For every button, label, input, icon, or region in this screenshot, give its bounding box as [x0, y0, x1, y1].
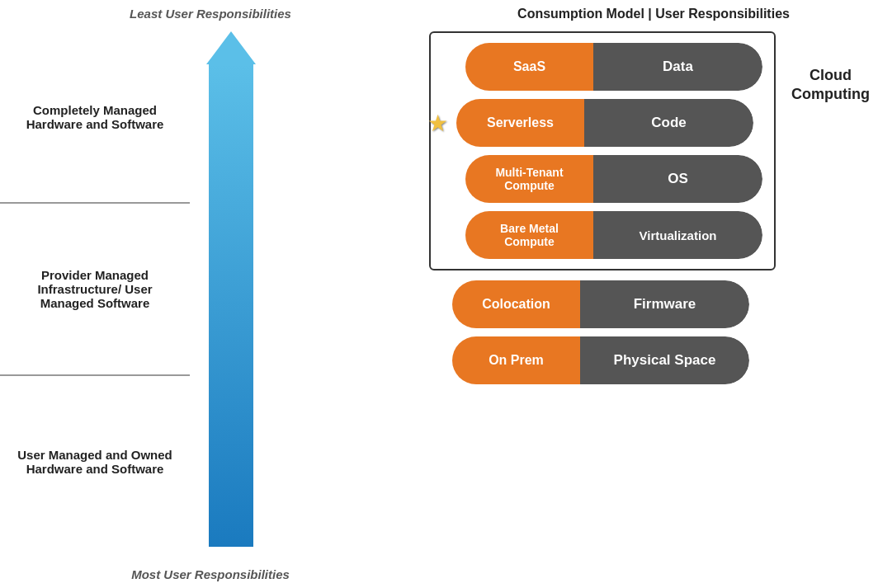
arrow-shaft — [209, 64, 253, 547]
pill-multitenant-right: OS — [593, 155, 762, 203]
right-panel: Consumption Model | User Responsibilitie… — [421, 0, 878, 588]
pill-colocation: Colocation Firmware — [452, 280, 749, 328]
pill-colocation-left: Colocation — [452, 280, 580, 328]
right-header: Consumption Model | User Responsibilitie… — [429, 0, 878, 31]
left-panel: Least User Responsibilities Completely M… — [0, 0, 421, 588]
pill-serverless-left: Serverless — [456, 99, 584, 147]
pill-serverless: Serverless Code — [456, 99, 753, 147]
pill-baremetal-right: Virtualization — [593, 211, 762, 259]
bottom-label: Most User Responsibilities — [0, 567, 421, 581]
pill-row-baremetal: Bare Metal Compute Virtualization — [442, 211, 762, 259]
outside-pills: Colocation Firmware On Prem Physical Spa… — [429, 280, 776, 384]
responsibility-blocks: Completely Managed Hardware and Software… — [0, 31, 190, 547]
pill-onprem-right: Physical Space — [580, 336, 749, 384]
pill-saas-right: Data — [593, 43, 762, 91]
arrow-container — [206, 31, 256, 547]
main-container: Least User Responsibilities Completely M… — [0, 0, 878, 588]
star-icon: ★ — [427, 110, 448, 137]
outside-pill-row-colocation: Colocation Firmware — [429, 280, 776, 328]
cloud-box: SaaS Data ★ Serverless Code Multi-Tenant… — [429, 31, 776, 270]
pill-colocation-right: Firmware — [580, 280, 749, 328]
pill-baremetal-left: Bare Metal Compute — [465, 211, 593, 259]
pill-onprem-left: On Prem — [452, 336, 580, 384]
resp-block-mid: Provider Managed Infrastructure/ User Ma… — [0, 204, 190, 376]
outside-pill-row-onprem: On Prem Physical Space — [429, 336, 776, 384]
pill-saas: SaaS Data — [465, 43, 762, 91]
pill-multitenant: Multi-Tenant Compute OS — [465, 155, 762, 203]
resp-block-bot: User Managed and Owned Hardware and Soft… — [0, 376, 190, 547]
pill-onprem: On Prem Physical Space — [452, 336, 749, 384]
pill-multitenant-left: Multi-Tenant Compute — [465, 155, 593, 203]
pill-saas-left: SaaS — [465, 43, 593, 91]
pill-baremetal: Bare Metal Compute Virtualization — [465, 211, 762, 259]
pill-row-saas: SaaS Data — [442, 43, 762, 91]
arrow-head — [206, 31, 256, 64]
pill-row-multitenant: Multi-Tenant Compute OS — [442, 155, 762, 203]
pill-serverless-right: Code — [584, 99, 753, 147]
resp-block-top: Completely Managed Hardware and Software — [0, 31, 190, 204]
cloud-computing-label: CloudComputing — [791, 66, 870, 105]
top-label: Least User Responsibilities — [0, 0, 421, 29]
pill-row-serverless: ★ Serverless Code — [442, 99, 762, 147]
